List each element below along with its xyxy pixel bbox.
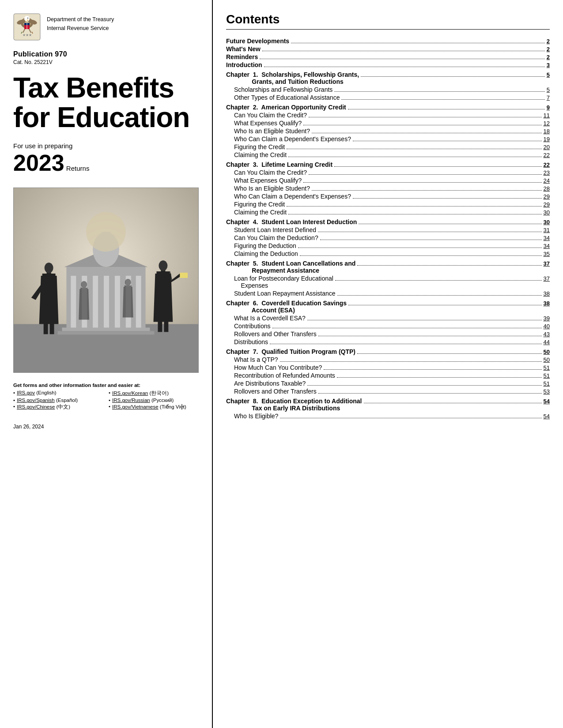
link-korean[interactable]: • IRS.gov/Korean (한국어) bbox=[109, 390, 200, 397]
toc-chapter3-header: Chapter 3. Lifetime Learning Credit 22 bbox=[226, 161, 550, 168]
svg-rect-30 bbox=[62, 328, 150, 331]
toc-ch8-eligible: Who Is Eligible? 54 bbox=[226, 413, 550, 420]
left-panel: ★★★ Department of the Treasury Internal … bbox=[0, 0, 212, 728]
footer-header: Get forms and other information faster a… bbox=[13, 383, 200, 388]
toc-chapter4-header: Chapter 4. Student Loan Interest Deducti… bbox=[226, 218, 550, 225]
svg-rect-31 bbox=[58, 331, 155, 335]
link-irs-vietnamese[interactable]: IRS.gov/Vietnamese bbox=[112, 404, 159, 409]
agency-line1: Department of the Treasury bbox=[47, 15, 114, 24]
date-line: Jan 26, 2024 bbox=[13, 424, 200, 430]
toc-entry-whats-new: What's New 2 bbox=[226, 45, 550, 53]
toc-chapter7-header: Chapter 7. Qualified Tuition Program (QT… bbox=[226, 348, 550, 355]
toc-ch3-claim: Can You Claim the Credit? 23 bbox=[226, 169, 550, 176]
toc-chapter8-header: Chapter 8. Education Exception to Additi… bbox=[226, 398, 550, 412]
link-irs-korean[interactable]: IRS.gov/Korean bbox=[112, 390, 148, 396]
svg-rect-25 bbox=[136, 276, 141, 328]
main-title: Tax Benefits for Education bbox=[13, 73, 200, 132]
for-use-label: For use in preparing bbox=[13, 142, 200, 150]
link-irs-chinese[interactable]: IRS.gov/Chinese bbox=[17, 404, 55, 409]
toc-chapter1-header: Chapter 1. Scholarships, Fellowship Gran… bbox=[226, 71, 550, 85]
toc-chapter5-header: Chapter 5. Student Loan Cancellations an… bbox=[226, 260, 550, 274]
toc-ch1-scholarships: Scholarships and Fellowship Grants 5 bbox=[226, 86, 550, 93]
footer-links: Get forms and other information faster a… bbox=[13, 383, 200, 410]
toc-ch7-taxable: Are Distributions Taxable? 51 bbox=[226, 380, 550, 387]
toc-ch4-claim: Can You Claim the Deduction? 34 bbox=[226, 234, 550, 241]
svg-rect-35 bbox=[44, 323, 48, 334]
toc-ch7-what: What Is a QTP? 50 bbox=[226, 356, 550, 363]
toc-ch4-figuring: Figuring the Deduction 34 bbox=[226, 242, 550, 249]
cat-number: Cat. No. 25221V bbox=[13, 59, 200, 65]
irs-logo: ★★★ bbox=[13, 13, 41, 41]
svg-text:★★★: ★★★ bbox=[23, 33, 32, 37]
toc-ch4-defined: Student Loan Interest Defined 31 bbox=[226, 226, 550, 233]
header-row: ★★★ Department of the Treasury Internal … bbox=[13, 13, 200, 41]
link-irs-russian[interactable]: IRS.gov/Russian bbox=[112, 398, 150, 403]
svg-rect-21 bbox=[93, 276, 98, 328]
right-panel: Contents Future Developments 2 What's Ne… bbox=[212, 0, 563, 728]
link-chinese[interactable]: • IRS.gov/Chinese (中文) bbox=[13, 404, 104, 410]
toc-ch6-distributions: Distributions 44 bbox=[226, 338, 550, 345]
link-russian[interactable]: • IRS.gov/Russian (Русский) bbox=[109, 398, 200, 403]
toc-ch3-student: Who Is an Eligible Student? 28 bbox=[226, 185, 550, 192]
svg-point-7 bbox=[27, 18, 28, 19]
svg-rect-19 bbox=[71, 276, 76, 328]
toc-entry-future-developments: Future Developments 2 bbox=[226, 38, 550, 45]
svg-rect-41 bbox=[180, 273, 188, 278]
svg-point-47 bbox=[125, 279, 131, 286]
toc-ch6-rollovers: Rollovers and Other Transfers 43 bbox=[226, 330, 550, 338]
toc-entry-reminders: Reminders 2 bbox=[226, 53, 550, 60]
toc-ch7-recontribution: Recontribution of Refunded Amounts 51 bbox=[226, 372, 550, 379]
toc-ch2-dependent: Who Can Claim a Dependent's Expenses? 19 bbox=[226, 135, 550, 143]
toc-ch7-contribute: How Much Can You Contribute? 51 bbox=[226, 364, 550, 371]
toc-ch2-claim: Can You Claim the Credit? 11 bbox=[226, 112, 550, 119]
returns-label: Returns bbox=[66, 165, 90, 172]
toc-entry-introduction: Introduction 3 bbox=[226, 61, 550, 68]
svg-rect-22 bbox=[104, 276, 109, 328]
toc-container: Future Developments 2 What's New 2 Remin… bbox=[226, 38, 550, 420]
title-line1: Tax Benefits bbox=[13, 73, 200, 103]
svg-point-34 bbox=[45, 263, 53, 274]
publication-number: Publication 970 bbox=[13, 50, 200, 58]
toc-ch2-student: Who Is an Eligible Student? 18 bbox=[226, 128, 550, 135]
toc-ch3-dependent: Who Can Claim a Dependent's Expenses? 29 bbox=[226, 193, 550, 200]
link-irs-spanish[interactable]: IRS.gov/Spanish bbox=[17, 398, 55, 403]
year-row: 2023 Returns bbox=[13, 151, 200, 174]
toc-ch4-claiming: Claiming the Deduction 35 bbox=[226, 250, 550, 257]
link-vietnamese[interactable]: • IRS.gov/Vietnamese (Tiếng Việt) bbox=[109, 404, 200, 410]
link-irs-gov[interactable]: IRS.gov bbox=[17, 390, 35, 395]
svg-rect-43 bbox=[164, 321, 168, 332]
contents-title: Contents bbox=[226, 12, 550, 30]
toc-chapter2-header: Chapter 2. American Opportunity Credit 9 bbox=[226, 104, 550, 111]
toc-ch1-other: Other Types of Educational Assistance 7 bbox=[226, 94, 550, 101]
link-spanish[interactable]: • IRS.gov/Spanish (Español) bbox=[13, 398, 104, 403]
toc-ch2-expenses: What Expenses Qualify? 12 bbox=[226, 120, 550, 127]
toc-chapter6-header: Chapter 6. Coverdell Education Savings A… bbox=[226, 300, 550, 314]
toc-ch3-claiming: Claiming the Credit 30 bbox=[226, 209, 550, 216]
agency-name: Department of the Treasury Internal Reve… bbox=[47, 13, 114, 33]
toc-ch5-loan: Loan for Postsecondary Educational Expen… bbox=[226, 275, 550, 289]
svg-rect-36 bbox=[50, 323, 54, 334]
link-english[interactable]: • IRS.gov (English) bbox=[13, 390, 104, 397]
svg-point-29 bbox=[86, 212, 126, 252]
title-line2: for Education bbox=[13, 103, 200, 132]
toc-ch2-figuring: Figuring the Credit 20 bbox=[226, 143, 550, 150]
toc-ch6-contributions: Contributions 40 bbox=[226, 323, 550, 330]
svg-point-40 bbox=[159, 261, 167, 271]
cover-image bbox=[13, 188, 199, 373]
toc-ch2-claiming: Claiming the Credit 22 bbox=[226, 151, 550, 158]
toc-ch3-figuring: Figuring the Credit 29 bbox=[226, 201, 550, 208]
svg-point-45 bbox=[81, 281, 87, 288]
year: 2023 bbox=[13, 150, 64, 176]
toc-ch7-rollovers: Rollovers and Other Transfers 53 bbox=[226, 388, 550, 395]
links-grid: • IRS.gov (English) • IRS.gov/Korean (한국… bbox=[13, 390, 200, 410]
toc-ch6-what: What Is a Coverdell ESA? 39 bbox=[226, 315, 550, 322]
agency-line2: Internal Revenue Service bbox=[47, 24, 114, 33]
toc-ch5-repayment: Student Loan Repayment Assistance 38 bbox=[226, 290, 550, 297]
toc-ch3-expenses: What Expenses Qualify? 24 bbox=[226, 177, 550, 184]
svg-rect-23 bbox=[115, 276, 120, 328]
svg-rect-42 bbox=[158, 321, 162, 332]
